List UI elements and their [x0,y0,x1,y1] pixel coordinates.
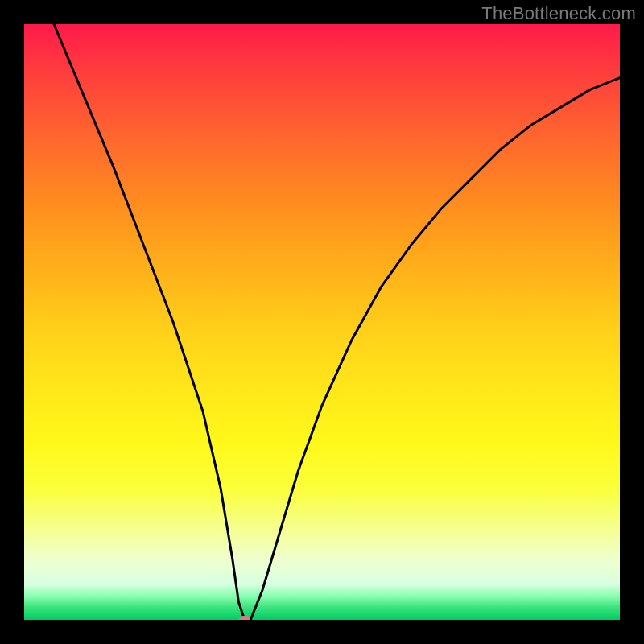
watermark-text: TheBottleneck.com [481,3,636,24]
chart-frame [0,0,644,644]
